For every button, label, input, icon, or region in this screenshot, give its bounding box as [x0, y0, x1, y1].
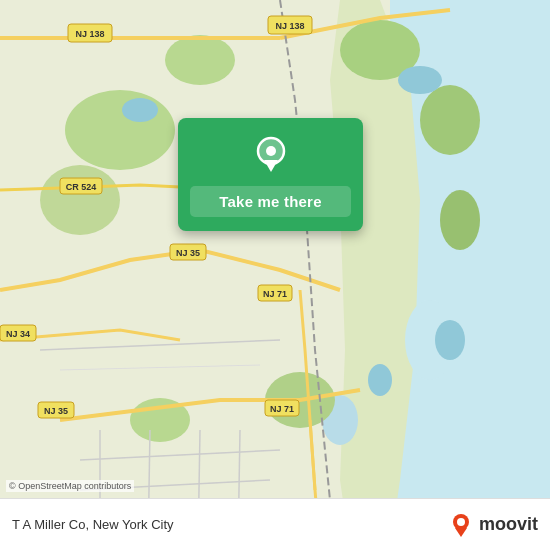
svg-marker-45 [455, 528, 467, 537]
svg-point-14 [398, 66, 442, 94]
svg-point-13 [122, 98, 158, 122]
moovit-logo: moovit [447, 511, 538, 539]
map-attribution: © OpenStreetMap contributors [6, 480, 134, 492]
svg-text:CR 524: CR 524 [66, 182, 97, 192]
svg-text:NJ 138: NJ 138 [275, 21, 304, 31]
svg-point-9 [420, 85, 480, 155]
svg-point-42 [266, 146, 276, 156]
moovit-brand-text: moovit [479, 514, 538, 535]
svg-point-5 [65, 90, 175, 170]
svg-point-15 [435, 320, 465, 360]
svg-point-7 [165, 35, 235, 85]
moovit-logo-icon [447, 511, 475, 539]
svg-text:NJ 71: NJ 71 [270, 404, 294, 414]
map-container: NJ 138 NJ 138 NJ 35 NJ 71 NJ 71 CR 524 N… [0, 0, 550, 550]
popup-card: Take me there [178, 118, 363, 231]
svg-point-16 [368, 364, 392, 396]
take-me-there-button[interactable]: Take me there [190, 186, 351, 217]
svg-text:NJ 34: NJ 34 [6, 329, 30, 339]
svg-point-46 [457, 518, 465, 526]
svg-text:NJ 35: NJ 35 [176, 248, 200, 258]
svg-point-6 [40, 165, 120, 235]
location-pin-icon [250, 134, 292, 176]
svg-text:NJ 71: NJ 71 [263, 289, 287, 299]
svg-point-10 [440, 190, 480, 250]
svg-marker-43 [264, 160, 278, 172]
svg-text:NJ 138: NJ 138 [75, 29, 104, 39]
svg-text:NJ 35: NJ 35 [44, 406, 68, 416]
location-label: T A Miller Co, New York City [12, 517, 174, 532]
map-background: NJ 138 NJ 138 NJ 35 NJ 71 NJ 71 CR 524 N… [0, 0, 550, 550]
bottom-bar: T A Miller Co, New York City moovit [0, 498, 550, 550]
